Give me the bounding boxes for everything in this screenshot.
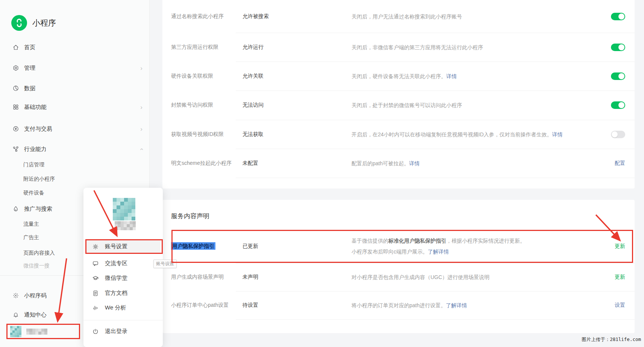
service-declaration-panel: 服务内容声明 用户隐私保护指引 已更新 基于微信提供的标准化用户隐私保护指引，根… bbox=[162, 200, 635, 333]
menu-item-logout[interactable]: 退出登录 bbox=[86, 324, 161, 339]
menu-divider bbox=[83, 320, 163, 320]
app-logo: 小程序 bbox=[11, 15, 56, 31]
permission-row-banned-access: 封禁账号访问权限 无法访问 关闭后，处于封禁的微信账号可以访问此小程序 bbox=[162, 91, 635, 120]
sidebar-item-label: 首页 bbox=[24, 44, 35, 51]
service-row-ugc: 用户生成内容场景声明 未声明 对小程序是否包含用户生成内容（UGC）进行使用场景… bbox=[162, 263, 635, 291]
sidebar-subitem-wechat-search[interactable]: 微信搜一搜 bbox=[23, 262, 50, 270]
permission-row-hardware-link: 硬件设备关联权限 允许关联 关闭后，硬件设备将无法关联此小程序。详情 bbox=[162, 62, 635, 91]
sidebar-item-payment[interactable]: 支付与交易 › bbox=[12, 124, 142, 134]
row-value: 未配置 bbox=[242, 160, 258, 167]
row-desc: 关闭后，非微信客户端的第三方应用将无法运行此小程序 bbox=[352, 42, 582, 53]
data-icon bbox=[12, 85, 19, 92]
row-value: 允许运行 bbox=[242, 44, 264, 51]
detail-link[interactable]: 详情 bbox=[552, 131, 563, 137]
tooltip-account-settings: 账号设置 bbox=[153, 259, 177, 268]
menu-item-community[interactable]: 交流专区 bbox=[86, 256, 161, 271]
watermark: 图片上传于：281life.com bbox=[582, 336, 641, 343]
miniprogram-logo-icon bbox=[11, 15, 27, 31]
row-label: 用户生成内容场景声明 bbox=[171, 274, 224, 281]
sidebar-subitem-advertiser[interactable]: 广告主 bbox=[23, 234, 39, 242]
flame-icon bbox=[12, 205, 19, 212]
toggle-switch[interactable] bbox=[611, 44, 625, 51]
sidebar-subitem-hardware[interactable]: 硬件设备 bbox=[23, 189, 44, 197]
row-value: 已更新 bbox=[242, 243, 258, 250]
menu-item-label: 账号设置 bbox=[105, 243, 127, 250]
sidebar-item-industry[interactable]: 行业能力 › bbox=[12, 144, 142, 154]
power-icon bbox=[92, 328, 99, 335]
sidebar-item-label: 数据 bbox=[24, 85, 35, 92]
set-link[interactable]: 设置 bbox=[615, 302, 625, 309]
sidebar-item-label: 推广与搜索 bbox=[24, 205, 52, 213]
section-title: 服务内容声明 bbox=[171, 212, 209, 220]
row-desc: 基于微信提供的标准化用户隐私保护指引，根据小程序实际情况进行更新。 小程序发布后… bbox=[352, 235, 582, 257]
sidebar-item-label: 支付与交易 bbox=[24, 125, 52, 133]
menu-item-official-docs[interactable]: 官方文档 bbox=[86, 286, 161, 300]
qrcode-icon bbox=[12, 292, 19, 299]
row-desc: 关闭后，用户无法通过名称搜索到此小程序账号 bbox=[352, 11, 582, 22]
menu-item-label: 退出登录 bbox=[105, 328, 127, 335]
sidebar-item-home[interactable]: 首页 bbox=[12, 42, 142, 52]
account-popup-menu: 账号设置 交流专区 微信学堂 官方文档 We 分析 退出登录 bbox=[83, 188, 163, 347]
sidebar-item-label: 小程序码 bbox=[24, 292, 47, 299]
row-label: 获取视频号视频ID权限 bbox=[171, 131, 224, 138]
bell-icon bbox=[12, 311, 19, 318]
row-label: 第三方应用运行权限 bbox=[171, 44, 218, 51]
service-row-order-path: 小程序订单中心path设置 待设置 将小程序的订单页对应的path进行设置。了解… bbox=[162, 291, 635, 319]
permission-row-scheme: 明文scheme拉起此小程序 未配置 配置后的path可被拉起。详情 配置 bbox=[162, 149, 635, 178]
selected-text[interactable]: 用户隐私保护指引 bbox=[171, 242, 215, 250]
toggle-switch[interactable] bbox=[611, 72, 625, 80]
menu-item-label: 微信学堂 bbox=[105, 275, 127, 282]
row-value: 无法访问 bbox=[242, 102, 264, 109]
menu-item-we-analysis[interactable]: We 分析 bbox=[86, 300, 161, 315]
home-icon bbox=[12, 44, 19, 51]
toggle-switch[interactable] bbox=[611, 131, 625, 138]
learn-more-link[interactable]: 了解详情 bbox=[446, 302, 467, 308]
chevron-right-icon: › bbox=[140, 126, 142, 132]
sidebar-subitem-traffic[interactable]: 流量主 bbox=[23, 220, 39, 228]
industry-icon bbox=[12, 146, 19, 152]
row-desc: 对小程序是否包含用户生成内容（UGC）进行使用场景说明 bbox=[352, 272, 582, 282]
sidebar-item-basic-features[interactable]: 基础功能 › bbox=[12, 102, 142, 112]
sidebar-item-label: 管理 bbox=[24, 65, 35, 72]
sidebar-item-label: 基础功能 bbox=[24, 104, 47, 111]
menu-item-label: We 分析 bbox=[105, 304, 126, 311]
menu-item-account-settings[interactable]: 账号设置 bbox=[86, 239, 161, 254]
bar-chart-icon bbox=[92, 305, 99, 311]
sidebar-item-label: 通知中心 bbox=[24, 311, 47, 318]
sidebar-subitem-page-content[interactable]: 页面内容接入 bbox=[23, 249, 55, 257]
sidebar-subitem-nearby[interactable]: 附近的小程序 bbox=[23, 175, 55, 183]
document-icon bbox=[92, 290, 99, 297]
learn-more-link[interactable]: 了解详情 bbox=[428, 249, 449, 255]
update-link[interactable]: 更新 bbox=[615, 274, 625, 281]
row-value: 允许关联 bbox=[242, 73, 264, 80]
row-label: 用户隐私保护指引 bbox=[171, 243, 215, 250]
manage-icon bbox=[12, 65, 19, 71]
toggle-switch[interactable] bbox=[611, 101, 625, 109]
sidebar-item-data[interactable]: 数据 bbox=[12, 83, 142, 93]
permission-row-thirdparty-run: 第三方应用运行权限 允许运行 关闭后，非微信客户端的第三方应用将无法运行此小程序 bbox=[162, 33, 635, 62]
toggle-switch[interactable] bbox=[611, 13, 625, 20]
account-name-blurred bbox=[26, 329, 47, 335]
sidebar-subitem-store-manage[interactable]: 门店管理 bbox=[23, 161, 44, 169]
row-value: 无法获取 bbox=[242, 131, 264, 138]
detail-link[interactable]: 详情 bbox=[446, 73, 457, 79]
menu-item-wechat-school[interactable]: 微信学堂 bbox=[86, 271, 161, 285]
row-value: 待设置 bbox=[242, 302, 258, 309]
configure-link[interactable]: 配置 bbox=[615, 160, 625, 167]
row-desc: 将小程序的订单页对应的path进行设置。了解详情 bbox=[352, 300, 582, 311]
row-desc: 关闭后，硬件设备将无法关联此小程序。详情 bbox=[352, 71, 582, 81]
row-label: 封禁账号访问权限 bbox=[171, 102, 213, 109]
row-divider bbox=[236, 178, 635, 178]
detail-link[interactable]: 详情 bbox=[409, 160, 420, 166]
row-label: 明文scheme拉起此小程序 bbox=[171, 160, 232, 167]
account-avatar bbox=[10, 326, 21, 337]
permissions-panel: 通过名称搜索此小程序 允许被搜索 关闭后，用户无法通过名称搜索到此小程序账号 第… bbox=[162, 0, 635, 189]
chevron-up-icon: › bbox=[138, 148, 145, 150]
account-avatar-large bbox=[113, 198, 135, 220]
account-name-blurred bbox=[115, 221, 136, 230]
bold-desc-part: 标准化用户隐私保护指引 bbox=[388, 238, 446, 244]
sidebar-item-label: 行业能力 bbox=[24, 146, 47, 153]
row-label: 通过名称搜索此小程序 bbox=[171, 13, 224, 20]
update-link[interactable]: 更新 bbox=[615, 243, 625, 250]
sidebar-item-manage[interactable]: 管理 › bbox=[12, 63, 142, 73]
